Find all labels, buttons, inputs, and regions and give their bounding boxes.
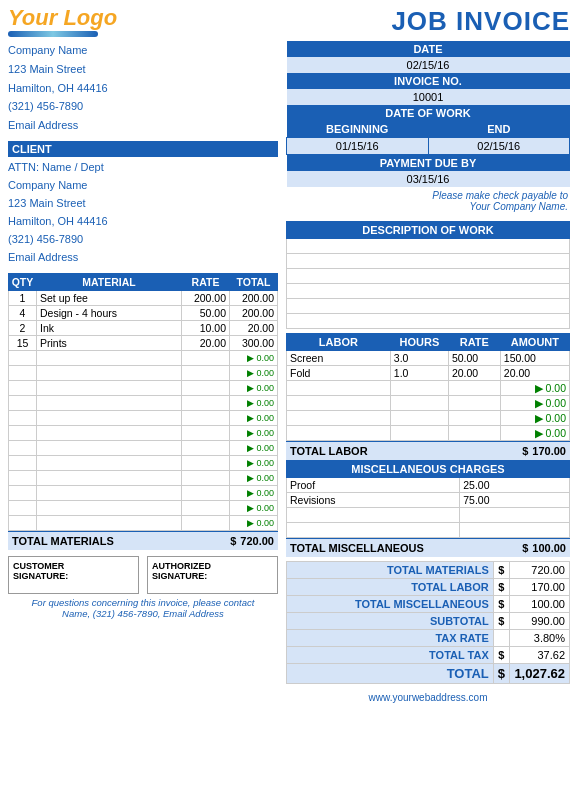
client-city: Hamilton, OH 44416 [8, 212, 278, 230]
mat-row-material: Ink [37, 321, 182, 336]
labor-col-labor: LABOR [287, 334, 391, 351]
total-materials-label: TOTAL MATERIALS [12, 535, 114, 547]
mat-row-total: ▶ 0.00 [230, 456, 278, 471]
sum-subtotal-dollar: $ [493, 613, 509, 630]
sum-total-labor-value: 170.00 [510, 579, 570, 596]
mat-row-qty [9, 396, 37, 411]
labor-row-labor: Fold [287, 366, 391, 381]
invoice-label: INVOICE NO. [287, 73, 570, 89]
payable-note: Please make check payable to Your Compan… [286, 187, 570, 215]
mat-row-rate [182, 396, 230, 411]
total-materials-row: TOTAL MATERIALS $ 720.00 [8, 531, 278, 550]
mat-col-rate: RATE [182, 274, 230, 291]
mat-row-total: ▶ 0.00 [230, 381, 278, 396]
labor-row-hours: 3.0 [390, 351, 448, 366]
mat-row-material [37, 441, 182, 456]
mat-row-rate [182, 486, 230, 501]
sum-total-materials-label: TOTAL MATERIALS [287, 562, 494, 579]
client-email: Email Address [8, 248, 278, 266]
total-labor-value: 170.00 [532, 445, 566, 457]
col-left: Company Name 123 Main Street Hamilton, O… [8, 41, 278, 703]
main-cols: Company Name 123 Main Street Hamilton, O… [8, 41, 570, 703]
labor-row-hours [390, 411, 448, 426]
beginning-value: 01/15/16 [287, 138, 429, 155]
mat-row-rate: 20.00 [182, 336, 230, 351]
mat-row-total: ▶ 0.00 [230, 441, 278, 456]
end-label: END [428, 121, 570, 138]
mat-row-rate [182, 366, 230, 381]
sum-total-label: TOTAL [287, 664, 494, 684]
mat-row-total: ▶ 0.00 [230, 366, 278, 381]
client-phone: (321) 456-7890 [8, 230, 278, 248]
customer-sig-box: CUSTOMER SIGNATURE: [8, 556, 139, 594]
mat-row-rate [182, 456, 230, 471]
sum-total-tax-label: TOTAL TAX [287, 647, 494, 664]
sum-total-labor-label: TOTAL LABOR [287, 579, 494, 596]
sum-total-tax-dollar: $ [493, 647, 509, 664]
logo-area: Your Logo [8, 6, 117, 37]
misc-row-desc [287, 508, 460, 523]
mat-row-total: ▶ 0.00 [230, 486, 278, 501]
description-table: DESCRIPTION OF WORK [286, 221, 570, 329]
logo-underline [8, 31, 98, 37]
page: Your Logo JOB INVOICE Company Name 123 M… [0, 0, 578, 791]
desc-header: DESCRIPTION OF WORK [287, 222, 570, 239]
date-of-work-label: DATE OF WORK [287, 105, 570, 121]
mat-col-material: MATERIAL [37, 274, 182, 291]
mat-row-rate [182, 426, 230, 441]
labor-row-amount: 20.00 [500, 366, 569, 381]
sum-tax-rate-dollar [493, 630, 509, 647]
labor-row-rate [448, 426, 500, 441]
mat-row-rate [182, 381, 230, 396]
mat-row-qty: 4 [9, 306, 37, 321]
date-value: 02/15/16 [287, 57, 570, 73]
footer-note: For questions concerning this invoice, p… [8, 597, 278, 619]
misc-row-desc [287, 523, 460, 538]
labor-row-labor: Screen [287, 351, 391, 366]
desc-row [287, 254, 570, 269]
date-block-table: DATE 02/15/16 INVOICE NO. 10001 DATE OF … [286, 41, 570, 187]
sum-total-value: 1,027.62 [510, 664, 570, 684]
mat-col-qty: QTY [9, 274, 37, 291]
mat-row-qty [9, 516, 37, 531]
misc-header: MISCELLANEOUS CHARGES [287, 461, 570, 478]
mat-row-material: Set up fee [37, 291, 182, 306]
mat-row-material [37, 516, 182, 531]
labor-row-rate: 20.00 [448, 366, 500, 381]
labor-table: LABOR HOURS RATE AMOUNT Screen 3.0 50.00… [286, 333, 570, 441]
labor-row-hours [390, 426, 448, 441]
sum-subtotal-label: SUBTOTAL [287, 613, 494, 630]
website-footer: www.yourwebaddress.com [286, 692, 570, 703]
sum-total-labor-dollar: $ [493, 579, 509, 596]
authorized-sig-label: AUTHORIZED SIGNATURE: [152, 561, 273, 581]
desc-row [287, 239, 570, 254]
labor-col-hours: HOURS [390, 334, 448, 351]
mat-row-rate: 200.00 [182, 291, 230, 306]
misc-row-amount [460, 523, 570, 538]
beginning-label: BEGINNING [287, 121, 429, 138]
mat-row-material [37, 396, 182, 411]
customer-sig-label: CUSTOMER SIGNATURE: [13, 561, 134, 581]
invoice-value: 10001 [287, 89, 570, 105]
mat-row-qty [9, 426, 37, 441]
sum-total-misc-dollar: $ [493, 596, 509, 613]
labor-row-rate: 50.00 [448, 351, 500, 366]
company-phone: (321) 456-7890 [8, 97, 278, 116]
labor-row-labor [287, 381, 391, 396]
mat-row-material [37, 486, 182, 501]
mat-row-total: ▶ 0.00 [230, 516, 278, 531]
total-labor-dollar: $ [522, 445, 528, 457]
sum-tax-rate-value: 3.80% [510, 630, 570, 647]
labor-row-labor [287, 396, 391, 411]
client-header: CLIENT [8, 141, 278, 157]
summary-table: TOTAL MATERIALS $ 720.00 TOTAL LABOR $ 1… [286, 561, 570, 684]
mat-row-qty [9, 501, 37, 516]
mat-row-rate [182, 441, 230, 456]
mat-row-qty [9, 351, 37, 366]
mat-row-total: ▶ 0.00 [230, 351, 278, 366]
total-materials-amount: $ 720.00 [230, 535, 274, 547]
mat-row-qty [9, 486, 37, 501]
total-misc-amount: $ 100.00 [522, 542, 566, 554]
client-attn: ATTN: Name / Dept [8, 158, 278, 176]
mat-row-rate: 50.00 [182, 306, 230, 321]
